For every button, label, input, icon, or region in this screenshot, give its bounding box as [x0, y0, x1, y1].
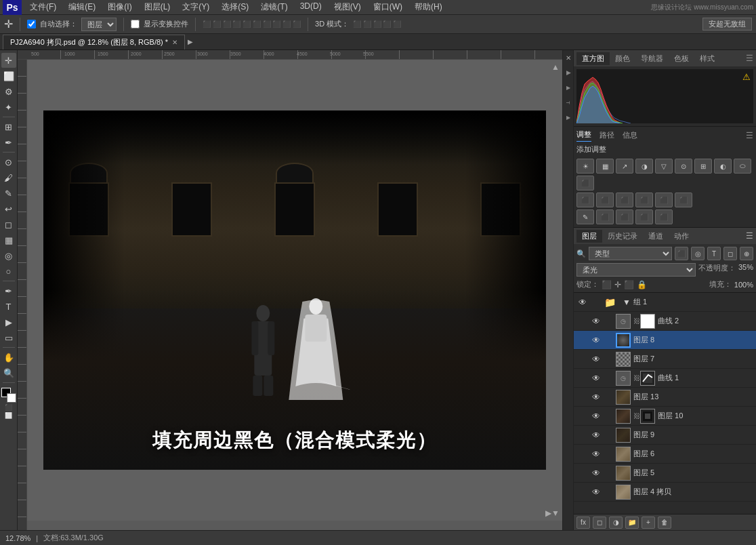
adj-brightness[interactable]: ☀: [576, 159, 594, 174]
layer-row-layer5[interactable]: 👁 图层 5: [574, 464, 756, 483]
tool-crop[interactable]: ⊞: [1, 119, 16, 134]
adj-icon10[interactable]: ⬛: [635, 209, 653, 224]
menu-edit[interactable]: 编辑(E): [63, 0, 101, 14]
layer-expand-group1[interactable]: ▼: [623, 298, 631, 307]
tool-clone[interactable]: ✎: [1, 186, 16, 201]
tool-pen[interactable]: ✒: [1, 283, 16, 298]
panel-collapse-icon5[interactable]: ▶: [564, 113, 573, 122]
move-tool-icon[interactable]: ✛: [4, 18, 13, 31]
adj-icon11[interactable]: ⬛: [655, 209, 673, 224]
histogram-menu-icon[interactable]: ☰: [746, 54, 753, 63]
quick-mask-icon[interactable]: ⬛: [5, 404, 12, 411]
menu-filter[interactable]: 滤镜(T): [255, 0, 293, 14]
canvas-content[interactable]: ▲ ▼ ▶: [27, 60, 562, 521]
adj-invert[interactable]: ⬛: [596, 193, 614, 207]
fill-value[interactable]: 100%: [734, 281, 753, 289]
histogram-tab-color[interactable]: 颜色: [610, 52, 635, 65]
adj-vibrance[interactable]: ▽: [655, 159, 673, 174]
profile-button[interactable]: 安超无敌组: [702, 18, 752, 31]
canvas-scroll-down[interactable]: ▼: [551, 508, 560, 518]
adj-icon8[interactable]: ⬛: [596, 209, 614, 224]
layer-row-curves1[interactable]: 👁 ◷ ⛓ 曲线 1: [574, 369, 756, 388]
layers-tab-actions[interactable]: 动作: [669, 230, 694, 243]
tool-lasso[interactable]: ⚙: [1, 84, 16, 99]
adj-tab-adjustments[interactable]: 调整: [576, 129, 591, 142]
layer-eye-curves1[interactable]: 👁: [590, 372, 602, 384]
layer-eye-layer10[interactable]: 👁: [590, 410, 602, 422]
lock-pixels-icon[interactable]: ⬛: [602, 280, 612, 289]
menu-help[interactable]: 帮助(H): [409, 0, 448, 14]
layer-eye-layer9[interactable]: 👁: [590, 429, 602, 441]
menu-3d[interactable]: 3D(D): [295, 0, 327, 14]
menu-image[interactable]: 图像(I): [102, 0, 137, 14]
tab-arrow-icon[interactable]: ▶: [188, 38, 193, 45]
tool-magic-wand[interactable]: ✦: [1, 100, 16, 115]
layer-eye-layer7[interactable]: 👁: [590, 353, 602, 365]
menu-layer[interactable]: 图层(L): [139, 0, 176, 14]
layer-row-layer7[interactable]: 👁 图层 7: [574, 350, 756, 369]
menu-window[interactable]: 窗口(W): [368, 0, 408, 14]
layer-row-curves2[interactable]: 👁 ◷ ⛓ 曲线 2: [574, 312, 756, 331]
menu-select[interactable]: 选择(S): [216, 0, 254, 14]
layers-add-mask-button[interactable]: ◻: [593, 517, 606, 529]
filter-pixel-icon[interactable]: ⬛: [675, 247, 688, 260]
histogram-tab-histogram[interactable]: 直方图: [576, 52, 610, 65]
layers-tab-layers[interactable]: 图层: [576, 230, 602, 243]
filter-text-icon[interactable]: T: [707, 247, 721, 260]
layer-row-layer13[interactable]: 👁 图层 13: [574, 388, 756, 407]
adj-threshold[interactable]: ⬛: [635, 193, 653, 207]
filter-adj-icon[interactable]: ◎: [691, 247, 705, 260]
auto-select-type[interactable]: 图层 组: [81, 18, 117, 31]
layers-new-fill-button[interactable]: ◑: [609, 517, 623, 529]
tool-type[interactable]: T: [1, 299, 16, 314]
opacity-value[interactable]: 35%: [738, 263, 753, 277]
tool-history-brush[interactable]: ↩: [1, 201, 16, 216]
tool-dodge[interactable]: ○: [1, 264, 16, 279]
adj-color-lookup[interactable]: ⬛: [576, 193, 594, 207]
background-color[interactable]: [7, 393, 16, 403]
histogram-tab-styles[interactable]: 样式: [694, 52, 720, 65]
layer-eye-layer4[interactable]: 👁: [590, 486, 602, 498]
layer-row-layer6[interactable]: 👁 图层 6: [574, 445, 756, 464]
lock-artboard-icon[interactable]: ⬛: [624, 280, 634, 289]
tool-move[interactable]: ✛: [1, 53, 16, 68]
filter-shape-icon[interactable]: ◻: [723, 247, 737, 260]
layer-eye-layer6[interactable]: 👁: [590, 448, 602, 460]
panel-collapse-icon1[interactable]: ✕: [564, 53, 573, 62]
lock-all-icon[interactable]: 🔒: [637, 280, 647, 289]
layers-fx-button[interactable]: fx: [576, 517, 590, 529]
layers-new-layer-button[interactable]: +: [642, 517, 655, 529]
tool-gradient[interactable]: ▦: [1, 233, 16, 247]
screen-mode-icon[interactable]: ⬜: [5, 412, 12, 419]
layer-row-layer4[interactable]: 👁 图层 4 拷贝: [574, 483, 756, 502]
layer-type-filter[interactable]: 类型: [589, 247, 672, 260]
menu-text[interactable]: 文字(Y): [177, 0, 215, 14]
menu-view[interactable]: 视图(V): [329, 0, 366, 14]
adj-tab-info[interactable]: 信息: [623, 130, 637, 142]
blend-mode-select[interactable]: 柔光 正常 溶解: [576, 263, 696, 277]
layer-row-layer8[interactable]: 👁 图层 8: [574, 331, 756, 350]
canvas-scroll-right[interactable]: ▶: [545, 508, 551, 518]
canvas-scroll-up[interactable]: ▲: [551, 62, 560, 72]
tool-eraser[interactable]: ◻: [1, 217, 16, 232]
adj-icon7[interactable]: ✎: [576, 209, 594, 224]
layer-eye-layer13[interactable]: 👁: [590, 391, 602, 403]
tool-blur[interactable]: ◎: [1, 248, 16, 263]
histogram-tab-navigator[interactable]: 导航器: [635, 52, 669, 65]
tool-spot-heal[interactable]: ⊙: [1, 155, 16, 169]
filter-smart-icon[interactable]: ⊕: [740, 247, 753, 260]
auto-select-checkbox[interactable]: [27, 20, 36, 28]
tool-hand[interactable]: ✋: [1, 350, 16, 365]
panel-collapse-icon2[interactable]: ▶: [564, 68, 573, 77]
adj-exposure[interactable]: ◑: [635, 159, 653, 174]
tool-shape[interactable]: ▭: [1, 330, 16, 345]
layer-eye-layer5[interactable]: 👁: [590, 467, 602, 479]
adj-color-balance[interactable]: ⊞: [694, 159, 712, 174]
tool-marquee[interactable]: ⬜: [1, 68, 16, 83]
adj-posterize[interactable]: ⬛: [616, 193, 633, 207]
layer-row-layer9[interactable]: 👁 图层 9: [574, 426, 756, 445]
adj-gradient-map[interactable]: ⬛: [655, 193, 673, 207]
tool-brush[interactable]: 🖌: [1, 170, 16, 185]
adj-curves[interactable]: ↗: [616, 159, 633, 174]
layer-eye-layer8[interactable]: 👁: [590, 334, 602, 346]
